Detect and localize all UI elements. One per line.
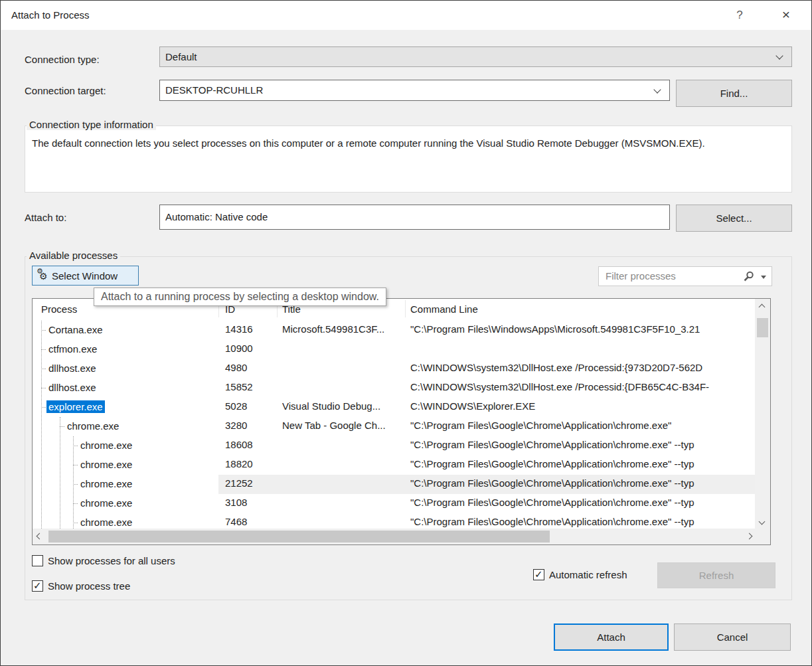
connection-type-info-title: Connection type information: [27, 119, 156, 130]
process-name[interactable]: chrome.exe: [78, 458, 134, 471]
connection-type-label: Connection type:: [25, 54, 100, 65]
process-title: Microsoft.549981C3F...: [282, 323, 405, 335]
tree-stub: [41, 369, 46, 369]
process-name[interactable]: dllhost.exe: [46, 362, 98, 375]
process-name[interactable]: ctfmon.exe: [46, 343, 99, 355]
connection-type-info-text: The default connection lets you select p…: [32, 134, 749, 152]
process-command-line: C:\WINDOWS\Explorer.EXE: [410, 400, 756, 412]
select-window-tooltip: Attach to a running process by selecting…: [94, 288, 386, 306]
scroll-down-icon[interactable]: [759, 519, 766, 525]
process-id: 21252: [225, 477, 253, 489]
process-id: 4980: [225, 362, 247, 373]
scroll-right-icon[interactable]: [746, 533, 753, 540]
search-icon[interactable]: [744, 271, 754, 282]
column-separator: [405, 300, 406, 317]
process-name[interactable]: Cortana.exe: [46, 323, 105, 336]
process-name[interactable]: chrome.exe: [78, 516, 134, 529]
close-icon[interactable]: ×: [776, 6, 796, 25]
process-list[interactable]: Process ID Title Command Line Cortana.ex…: [32, 298, 771, 545]
checkbox-icon[interactable]: [32, 555, 43, 566]
process-id: 10900: [225, 343, 253, 354]
checkbox-icon[interactable]: [32, 580, 43, 592]
process-name[interactable]: chrome.exe: [78, 497, 134, 509]
process-command-line: C:\WINDOWS\system32\DllHost.exe /Process…: [410, 381, 756, 392]
process-command-line: "C:\Program Files\WindowsApps\Microsoft.…: [410, 323, 756, 335]
scroll-left-icon[interactable]: [37, 533, 43, 540]
attach-button[interactable]: Attach: [554, 624, 669, 651]
connection-type-dropdown[interactable]: Default: [159, 46, 792, 67]
connection-target-combobox[interactable]: DESKTOP-RCUHLLR: [159, 80, 670, 101]
connection-type-info-group: Connection type information The default …: [25, 125, 792, 193]
tree-stub: [73, 446, 78, 446]
vertical-scroll-thumb[interactable]: [757, 318, 768, 337]
process-id: 3280: [225, 420, 247, 431]
attach-to-value: Automatic: Native code: [165, 211, 268, 222]
help-icon[interactable]: ?: [730, 6, 750, 25]
tree-stub: [73, 503, 78, 504]
process-command-line: C:\WINDOWS\system32\DllHost.exe /Process…: [410, 362, 756, 373]
process-row[interactable]: chrome.exe3108"C:\Program Files\Google\C…: [33, 494, 756, 513]
process-id: 5028: [225, 400, 247, 412]
process-row[interactable]: dllhost.exe4980C:\WINDOWS\system32\DllHo…: [33, 359, 756, 378]
process-row[interactable]: chrome.exe18820"C:\Program Files\Google\…: [33, 456, 756, 475]
process-title: New Tab - Google Ch...: [282, 420, 405, 431]
checkbox-icon[interactable]: [533, 569, 544, 580]
attach-to-label: Attach to:: [25, 212, 66, 223]
process-row[interactable]: chrome.exe21252"C:\Program Files\Google\…: [33, 475, 756, 494]
filter-processes-input[interactable]: Filter processes: [598, 266, 772, 286]
select-window-label: Select Window: [52, 270, 118, 282]
process-row[interactable]: ctfmon.exe10900: [33, 340, 756, 359]
process-id: 14316: [225, 323, 253, 335]
process-id: 3108: [225, 497, 247, 508]
connection-type-value: Default: [165, 51, 197, 62]
process-rows: Cortana.exe14316Microsoft.549981C3F..."C…: [33, 321, 756, 530]
process-name[interactable]: chrome.exe: [78, 439, 134, 452]
process-row[interactable]: chrome.exe7468"C:\Program Files\Google\C…: [33, 513, 756, 530]
column-header-command-line[interactable]: Command Line: [410, 303, 478, 315]
tree-stub: [41, 407, 46, 408]
process-row[interactable]: Cortana.exe14316Microsoft.549981C3F..."C…: [33, 321, 756, 340]
tree-stub: [73, 484, 78, 485]
process-command-line: "C:\Program Files\Google\Chrome\Applicat…: [410, 458, 756, 469]
scroll-up-icon[interactable]: [759, 304, 766, 311]
cancel-button[interactable]: Cancel: [674, 624, 791, 651]
vertical-scrollbar[interactable]: [755, 299, 770, 530]
show-all-users-checkbox[interactable]: Show processes for all users: [32, 555, 175, 566]
process-row[interactable]: chrome.exe3280New Tab - Google Ch..."C:\…: [33, 417, 756, 436]
process-title: Visual Studio Debug...: [282, 400, 405, 412]
automatic-refresh-label: Automatic refresh: [549, 569, 627, 580]
select-button[interactable]: Select...: [676, 205, 792, 232]
column-header-process[interactable]: Process: [41, 303, 77, 315]
tree-stub: [60, 426, 64, 427]
horizontal-scroll-thumb[interactable]: [48, 531, 550, 542]
attach-to-process-dialog: { "window": { "title": "Attach to Proces…: [0, 0, 812, 666]
chevron-down-icon: [775, 52, 783, 59]
process-command-line: "C:\Program Files\Google\Chrome\Applicat…: [410, 439, 756, 450]
process-id: 15852: [225, 381, 253, 392]
tree-stub: [41, 388, 46, 388]
connection-target-label: Connection target:: [25, 85, 106, 96]
process-command-line: "C:\Program Files\Google\Chrome\Applicat…: [410, 420, 756, 431]
process-row[interactable]: chrome.exe18608"C:\Program Files\Google\…: [33, 436, 756, 456]
refresh-button: Refresh: [657, 562, 775, 588]
select-window-button[interactable]: ⚙⚙ Select Window: [32, 266, 139, 286]
horizontal-scrollbar[interactable]: [33, 529, 756, 544]
process-name[interactable]: chrome.exe: [78, 477, 134, 490]
attach-to-field[interactable]: Automatic: Native code: [159, 205, 670, 230]
process-command-line: "C:\Program Files\Google\Chrome\Applicat…: [410, 516, 756, 527]
process-row[interactable]: dllhost.exe15852C:\WINDOWS\system32\DllH…: [33, 378, 756, 398]
process-name[interactable]: chrome.exe: [65, 420, 121, 432]
tree-stub: [41, 349, 46, 350]
show-process-tree-checkbox[interactable]: Show process tree: [32, 580, 130, 592]
find-button[interactable]: Find...: [676, 80, 792, 107]
process-id: 7468: [225, 516, 247, 527]
filter-dropdown-caret-icon[interactable]: [761, 276, 766, 279]
process-row[interactable]: explorer.exe5028Visual Studio Debug...C:…: [33, 398, 756, 417]
process-name[interactable]: dllhost.exe: [46, 381, 98, 394]
automatic-refresh-checkbox[interactable]: Automatic refresh: [533, 569, 627, 580]
connection-target-value: DESKTOP-RCUHLLR: [165, 84, 263, 96]
title-bar: Attach to Process ? ×: [1, 1, 811, 30]
show-all-users-label: Show processes for all users: [48, 555, 175, 566]
available-processes-title: Available processes: [27, 250, 120, 261]
process-name[interactable]: explorer.exe: [46, 400, 105, 413]
